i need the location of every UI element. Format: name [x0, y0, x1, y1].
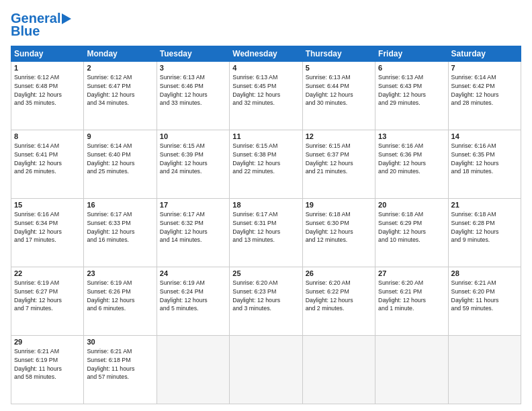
cell-content: Sunrise: 6:17 AMSunset: 6:32 PMDaylight:…: [160, 211, 208, 243]
cell-content: Sunrise: 6:17 AMSunset: 6:33 PMDaylight:…: [87, 211, 134, 243]
logo: General Blue: [11, 11, 71, 39]
calendar-cell: [157, 336, 229, 404]
cell-content: Sunrise: 6:12 AMSunset: 6:48 PMDaylight:…: [14, 74, 62, 106]
page: General Blue Sunday Monday Tuesday Wedne…: [0, 0, 532, 411]
day-number: 20: [378, 201, 445, 209]
calendar-cell: 16 Sunrise: 6:17 AMSunset: 6:33 PMDaylig…: [84, 199, 157, 267]
day-number: 12: [306, 132, 372, 140]
calendar-cell: 7 Sunrise: 6:14 AMSunset: 6:42 PMDayligh…: [448, 62, 521, 130]
calendar-table: Sunday Monday Tuesday Wednesday Thursday…: [11, 46, 521, 404]
calendar-cell: 30 Sunrise: 6:21 AMSunset: 6:18 PMDaylig…: [84, 336, 157, 404]
cell-content: Sunrise: 6:16 AMSunset: 6:36 PMDaylight:…: [378, 142, 426, 175]
cell-content: Sunrise: 6:21 AMSunset: 6:18 PMDaylight:…: [87, 348, 134, 380]
day-number: 13: [378, 132, 445, 140]
cell-content: Sunrise: 6:17 AMSunset: 6:31 PMDaylight:…: [232, 211, 280, 243]
day-number: 17: [160, 201, 226, 209]
calendar-week-row: 1 Sunrise: 6:12 AMSunset: 6:48 PMDayligh…: [11, 62, 521, 130]
logo-arrow-icon: [62, 13, 71, 24]
cell-content: Sunrise: 6:15 AMSunset: 6:39 PMDaylight:…: [160, 142, 208, 175]
day-number: 3: [160, 64, 226, 72]
day-number: 21: [451, 201, 518, 209]
calendar-cell: 15 Sunrise: 6:16 AMSunset: 6:34 PMDaylig…: [11, 199, 84, 267]
col-tuesday: Tuesday: [157, 46, 229, 62]
calendar-header-row: Sunday Monday Tuesday Wednesday Thursday…: [11, 46, 521, 62]
calendar-cell: 17 Sunrise: 6:17 AMSunset: 6:32 PMDaylig…: [157, 199, 229, 267]
day-number: 11: [232, 132, 299, 140]
cell-content: Sunrise: 6:21 AMSunset: 6:19 PMDaylight:…: [14, 348, 62, 380]
calendar-cell: [448, 336, 521, 404]
calendar-cell: 25 Sunrise: 6:20 AMSunset: 6:23 PMDaylig…: [230, 267, 302, 336]
calendar-week-row: 15 Sunrise: 6:16 AMSunset: 6:34 PMDaylig…: [11, 199, 521, 267]
day-number: 8: [14, 132, 81, 140]
header: General Blue: [11, 11, 521, 39]
day-number: 27: [378, 269, 445, 277]
calendar-cell: 19 Sunrise: 6:18 AMSunset: 6:30 PMDaylig…: [302, 199, 375, 267]
calendar-cell: 28 Sunrise: 6:21 AMSunset: 6:20 PMDaylig…: [448, 267, 521, 336]
cell-content: Sunrise: 6:12 AMSunset: 6:47 PMDaylight:…: [87, 74, 134, 106]
calendar-cell: 10 Sunrise: 6:15 AMSunset: 6:39 PMDaylig…: [157, 130, 229, 199]
calendar-cell: 14 Sunrise: 6:16 AMSunset: 6:35 PMDaylig…: [448, 130, 521, 199]
day-number: 18: [232, 201, 299, 209]
col-monday: Monday: [84, 46, 157, 62]
day-number: 6: [378, 64, 445, 72]
cell-content: Sunrise: 6:19 AMSunset: 6:26 PMDaylight:…: [87, 279, 134, 312]
calendar-cell: 29 Sunrise: 6:21 AMSunset: 6:19 PMDaylig…: [11, 336, 84, 404]
day-number: 28: [451, 269, 518, 277]
day-number: 25: [232, 269, 299, 277]
col-sunday: Sunday: [11, 46, 84, 62]
cell-content: Sunrise: 6:15 AMSunset: 6:37 PMDaylight:…: [306, 142, 353, 175]
calendar-week-row: 8 Sunrise: 6:14 AMSunset: 6:41 PMDayligh…: [11, 130, 521, 199]
calendar-cell: [230, 336, 302, 404]
cell-content: Sunrise: 6:21 AMSunset: 6:20 PMDaylight:…: [451, 279, 499, 312]
calendar-cell: 20 Sunrise: 6:18 AMSunset: 6:29 PMDaylig…: [375, 199, 448, 267]
day-number: 4: [232, 64, 299, 72]
cell-content: Sunrise: 6:18 AMSunset: 6:29 PMDaylight:…: [378, 211, 426, 243]
day-number: 7: [451, 64, 518, 72]
cell-content: Sunrise: 6:13 AMSunset: 6:43 PMDaylight:…: [378, 74, 426, 106]
cell-content: Sunrise: 6:19 AMSunset: 6:24 PMDaylight:…: [160, 279, 208, 312]
calendar-cell: 4 Sunrise: 6:13 AMSunset: 6:45 PMDayligh…: [230, 62, 302, 130]
calendar-cell: 27 Sunrise: 6:20 AMSunset: 6:21 PMDaylig…: [375, 267, 448, 336]
cell-content: Sunrise: 6:19 AMSunset: 6:27 PMDaylight:…: [14, 279, 62, 312]
day-number: 22: [14, 269, 81, 277]
col-thursday: Thursday: [302, 46, 375, 62]
day-number: 15: [14, 201, 81, 209]
day-number: 16: [87, 201, 153, 209]
cell-content: Sunrise: 6:13 AMSunset: 6:46 PMDaylight:…: [160, 74, 208, 106]
cell-content: Sunrise: 6:15 AMSunset: 6:38 PMDaylight:…: [232, 142, 280, 175]
calendar-cell: 1 Sunrise: 6:12 AMSunset: 6:48 PMDayligh…: [11, 62, 84, 130]
calendar-week-row: 22 Sunrise: 6:19 AMSunset: 6:27 PMDaylig…: [11, 267, 521, 336]
cell-content: Sunrise: 6:20 AMSunset: 6:21 PMDaylight:…: [378, 279, 426, 312]
cell-content: Sunrise: 6:14 AMSunset: 6:40 PMDaylight:…: [87, 142, 134, 175]
day-number: 14: [451, 132, 518, 140]
calendar-cell: 8 Sunrise: 6:14 AMSunset: 6:41 PMDayligh…: [11, 130, 84, 199]
day-number: 26: [306, 269, 372, 277]
calendar-cell: [302, 336, 375, 404]
calendar-cell: 23 Sunrise: 6:19 AMSunset: 6:26 PMDaylig…: [84, 267, 157, 336]
calendar-cell: 2 Sunrise: 6:12 AMSunset: 6:47 PMDayligh…: [84, 62, 157, 130]
calendar-cell: [375, 336, 448, 404]
calendar-cell: 6 Sunrise: 6:13 AMSunset: 6:43 PMDayligh…: [375, 62, 448, 130]
calendar-cell: 11 Sunrise: 6:15 AMSunset: 6:38 PMDaylig…: [230, 130, 302, 199]
col-friday: Friday: [375, 46, 448, 62]
day-number: 5: [306, 64, 372, 72]
calendar-cell: 13 Sunrise: 6:16 AMSunset: 6:36 PMDaylig…: [375, 130, 448, 199]
cell-content: Sunrise: 6:13 AMSunset: 6:45 PMDaylight:…: [232, 74, 280, 106]
logo-blue: Blue: [11, 24, 40, 39]
day-number: 30: [87, 338, 153, 346]
calendar-cell: 3 Sunrise: 6:13 AMSunset: 6:46 PMDayligh…: [157, 62, 229, 130]
day-number: 2: [87, 64, 153, 72]
calendar-cell: 12 Sunrise: 6:15 AMSunset: 6:37 PMDaylig…: [302, 130, 375, 199]
cell-content: Sunrise: 6:18 AMSunset: 6:28 PMDaylight:…: [451, 211, 499, 243]
cell-content: Sunrise: 6:14 AMSunset: 6:42 PMDaylight:…: [451, 74, 499, 106]
day-number: 24: [160, 269, 226, 277]
day-number: 29: [14, 338, 81, 346]
calendar-cell: 5 Sunrise: 6:13 AMSunset: 6:44 PMDayligh…: [302, 62, 375, 130]
cell-content: Sunrise: 6:16 AMSunset: 6:35 PMDaylight:…: [451, 142, 499, 175]
cell-content: Sunrise: 6:20 AMSunset: 6:22 PMDaylight:…: [306, 279, 353, 312]
calendar-week-row: 29 Sunrise: 6:21 AMSunset: 6:19 PMDaylig…: [11, 336, 521, 404]
cell-content: Sunrise: 6:20 AMSunset: 6:23 PMDaylight:…: [232, 279, 280, 312]
cell-content: Sunrise: 6:14 AMSunset: 6:41 PMDaylight:…: [14, 142, 62, 175]
calendar-cell: 9 Sunrise: 6:14 AMSunset: 6:40 PMDayligh…: [84, 130, 157, 199]
calendar-cell: 26 Sunrise: 6:20 AMSunset: 6:22 PMDaylig…: [302, 267, 375, 336]
